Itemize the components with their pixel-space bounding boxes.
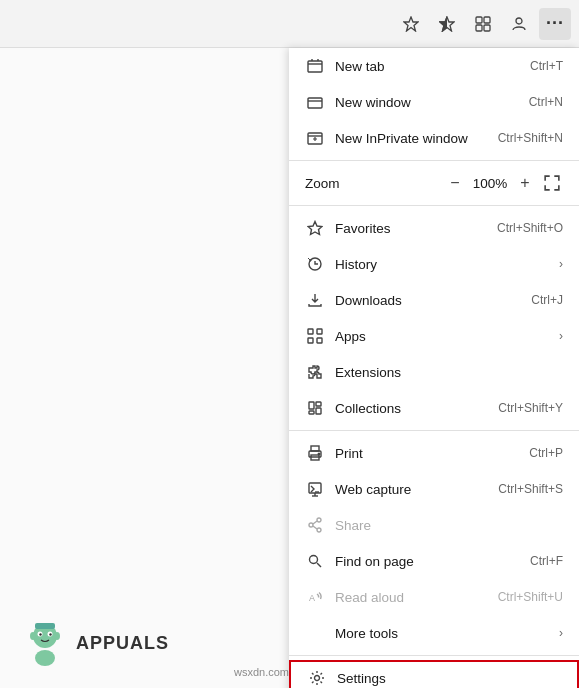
svg-point-36 — [317, 518, 321, 522]
downloads-label: Downloads — [335, 293, 531, 308]
apps-arrow: › — [559, 329, 563, 343]
new-inprivate-shortcut: Ctrl+Shift+N — [498, 131, 563, 145]
read-aloud-shortcut: Ctrl+Shift+U — [498, 590, 563, 604]
menu-item-find-on-page[interactable]: Find on page Ctrl+F — [289, 543, 579, 579]
menu-item-share: Share — [289, 507, 579, 543]
svg-rect-6 — [484, 25, 490, 31]
svg-rect-29 — [316, 408, 321, 414]
svg-rect-24 — [317, 329, 322, 334]
menu-item-new-tab[interactable]: New tab Ctrl+T — [289, 48, 579, 84]
new-tab-icon — [305, 56, 325, 76]
zoom-expand-button[interactable] — [541, 172, 563, 194]
divider-2 — [289, 205, 579, 206]
zoom-increase-button[interactable]: + — [513, 171, 537, 195]
menu-item-more-tools[interactable]: More tools › — [289, 615, 579, 651]
share-menu-icon — [305, 515, 325, 535]
settings-label: Settings — [337, 671, 561, 686]
svg-text:A: A — [309, 593, 315, 603]
appuals-logo: APPUALS — [20, 618, 169, 668]
svg-rect-19 — [308, 98, 322, 108]
web-capture-label: Web capture — [335, 482, 498, 497]
appuals-character-icon — [20, 618, 70, 668]
svg-point-11 — [39, 633, 41, 635]
new-inprivate-icon — [305, 128, 325, 148]
print-label: Print — [335, 446, 529, 461]
svg-rect-28 — [316, 402, 321, 406]
svg-point-12 — [49, 633, 51, 635]
reading-list-toolbar-btn[interactable] — [431, 8, 463, 40]
menu-item-collections[interactable]: Collections Ctrl+Shift+Y — [289, 390, 579, 426]
find-on-page-shortcut: Ctrl+F — [530, 554, 563, 568]
context-menu: New tab Ctrl+T New window Ctrl+N — [289, 48, 579, 688]
zoom-controls: − 100% + — [443, 171, 563, 195]
svg-point-7 — [516, 18, 522, 24]
menu-item-extensions[interactable]: Extensions — [289, 354, 579, 390]
appuals-brand-text: APPUALS — [76, 633, 169, 654]
read-aloud-menu-icon: A — [305, 587, 325, 607]
svg-rect-23 — [308, 329, 313, 334]
svg-point-37 — [309, 523, 313, 527]
tab-groups-toolbar-btn[interactable] — [467, 8, 499, 40]
apps-label: Apps — [335, 329, 553, 344]
svg-rect-27 — [309, 402, 314, 409]
svg-rect-14 — [35, 623, 55, 629]
collections-shortcut: Ctrl+Shift+Y — [498, 401, 563, 415]
menu-item-new-window[interactable]: New window Ctrl+N — [289, 84, 579, 120]
share-label: Share — [335, 518, 563, 533]
menu-item-read-aloud: A Read aloud Ctrl+Shift+U — [289, 579, 579, 615]
svg-marker-21 — [308, 222, 322, 235]
read-aloud-label: Read aloud — [335, 590, 498, 605]
history-menu-icon — [305, 254, 325, 274]
find-on-page-menu-icon — [305, 551, 325, 571]
svg-marker-0 — [404, 17, 418, 31]
new-tab-label: New tab — [335, 59, 530, 74]
favorites-toolbar-btn[interactable] — [395, 8, 427, 40]
page-content-area: APPUALS wsxdn.com New tab Ctrl+T — [0, 48, 579, 688]
divider-4 — [289, 655, 579, 656]
more-tools-label: More tools — [335, 626, 553, 641]
divider-1 — [289, 160, 579, 161]
favorites-shortcut: Ctrl+Shift+O — [497, 221, 563, 235]
zoom-decrease-button[interactable]: − — [443, 171, 467, 195]
new-window-shortcut: Ctrl+N — [529, 95, 563, 109]
history-label: History — [335, 257, 553, 272]
more-tools-toolbar-btn[interactable]: ··· — [539, 8, 571, 40]
svg-rect-30 — [309, 411, 314, 414]
history-arrow: › — [559, 257, 563, 271]
extensions-menu-icon — [305, 362, 325, 382]
svg-point-17 — [35, 650, 55, 666]
menu-item-history[interactable]: History › — [289, 246, 579, 282]
more-tools-arrow: › — [559, 626, 563, 640]
print-menu-icon — [305, 443, 325, 463]
svg-rect-25 — [308, 338, 313, 343]
svg-point-15 — [30, 632, 36, 640]
find-on-page-label: Find on page — [335, 554, 530, 569]
menu-item-web-capture[interactable]: Web capture Ctrl+Shift+S — [289, 471, 579, 507]
menu-item-new-inprivate[interactable]: New InPrivate window Ctrl+Shift+N — [289, 120, 579, 156]
apps-menu-icon — [305, 326, 325, 346]
menu-item-apps[interactable]: Apps › — [289, 318, 579, 354]
new-window-icon — [305, 92, 325, 112]
new-inprivate-label: New InPrivate window — [335, 131, 498, 146]
menu-item-print[interactable]: Print Ctrl+P — [289, 435, 579, 471]
menu-item-downloads[interactable]: Downloads Ctrl+J — [289, 282, 579, 318]
menu-item-settings[interactable]: Settings — [289, 660, 579, 688]
collections-menu-icon — [305, 398, 325, 418]
web-capture-shortcut: Ctrl+Shift+S — [498, 482, 563, 496]
zoom-row: Zoom − 100% + — [289, 165, 579, 201]
favorites-label: Favorites — [335, 221, 497, 236]
new-window-label: New window — [335, 95, 529, 110]
svg-rect-31 — [311, 446, 319, 451]
downloads-menu-icon — [305, 290, 325, 310]
zoom-label: Zoom — [305, 176, 443, 191]
svg-point-38 — [317, 528, 321, 532]
favorites-menu-icon — [305, 218, 325, 238]
profile-toolbar-btn[interactable] — [503, 8, 535, 40]
settings-menu-icon — [307, 668, 327, 688]
menu-item-favorites[interactable]: Favorites Ctrl+Shift+O — [289, 210, 579, 246]
svg-rect-4 — [484, 17, 490, 23]
svg-point-39 — [310, 556, 318, 564]
browser-window: ··· APPUALS — [0, 0, 579, 688]
collections-label: Collections — [335, 401, 498, 416]
zoom-value: 100% — [471, 176, 509, 191]
